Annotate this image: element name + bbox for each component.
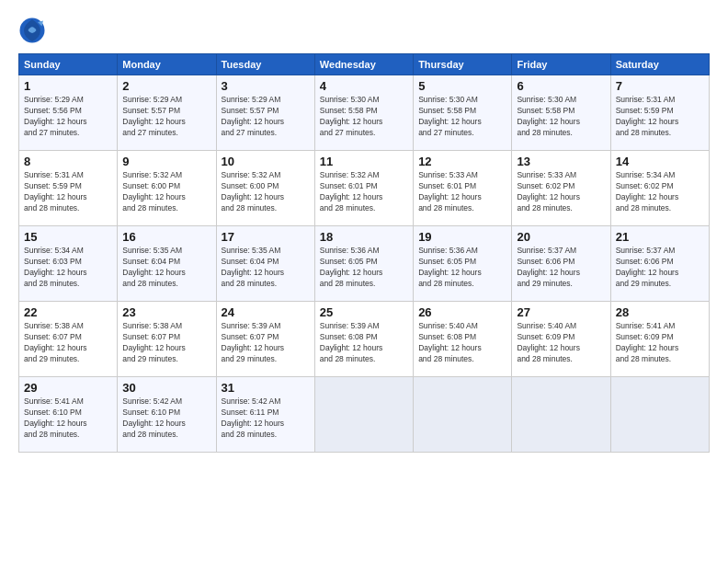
calendar-cell: 17Sunrise: 5:35 AMSunset: 6:04 PMDayligh… (216, 226, 314, 302)
day-info: Sunrise: 5:39 AMSunset: 6:07 PMDaylight:… (222, 321, 310, 365)
calendar-cell: 11Sunrise: 5:32 AMSunset: 6:01 PMDayligh… (314, 151, 413, 226)
day-number: 18 (320, 230, 408, 244)
day-info: Sunrise: 5:33 AMSunset: 6:01 PMDaylight:… (418, 170, 506, 214)
calendar-cell: 3Sunrise: 5:29 AMSunset: 5:57 PMDaylight… (216, 75, 314, 151)
header (18, 17, 710, 44)
day-info: Sunrise: 5:42 AMSunset: 6:11 PMDaylight:… (222, 396, 310, 441)
day-info: Sunrise: 5:36 AMSunset: 6:05 PMDaylight:… (418, 246, 506, 290)
calendar-cell (512, 377, 610, 453)
day-info: Sunrise: 5:38 AMSunset: 6:07 PMDaylight:… (24, 321, 112, 365)
calendar-cell: 26Sunrise: 5:40 AMSunset: 6:08 PMDayligh… (414, 302, 512, 377)
day-info: Sunrise: 5:37 AMSunset: 6:06 PMDaylight:… (616, 246, 704, 290)
day-number: 29 (24, 381, 112, 395)
day-info: Sunrise: 5:40 AMSunset: 6:09 PMDaylight:… (517, 321, 605, 365)
calendar-cell (314, 377, 413, 453)
day-info: Sunrise: 5:40 AMSunset: 6:08 PMDaylight:… (418, 321, 506, 365)
day-info: Sunrise: 5:29 AMSunset: 5:57 PMDaylight:… (122, 95, 210, 139)
day-number: 2 (122, 79, 210, 93)
day-info: Sunrise: 5:41 AMSunset: 6:10 PMDaylight:… (24, 396, 112, 441)
day-number: 8 (24, 155, 112, 168)
calendar-cell: 5Sunrise: 5:30 AMSunset: 5:58 PMDaylight… (414, 75, 512, 151)
calendar-cell (414, 377, 512, 453)
day-info: Sunrise: 5:36 AMSunset: 6:05 PMDaylight:… (320, 246, 408, 290)
calendar-cell: 19Sunrise: 5:36 AMSunset: 6:05 PMDayligh… (414, 226, 512, 302)
calendar-cell: 23Sunrise: 5:38 AMSunset: 6:07 PMDayligh… (118, 302, 216, 377)
day-number: 31 (222, 381, 310, 395)
day-number: 10 (222, 155, 310, 168)
calendar-cell: 18Sunrise: 5:36 AMSunset: 6:05 PMDayligh… (314, 226, 413, 302)
day-number: 14 (616, 155, 704, 168)
day-number: 13 (517, 155, 605, 168)
day-info: Sunrise: 5:39 AMSunset: 6:08 PMDaylight:… (320, 321, 408, 365)
day-info: Sunrise: 5:33 AMSunset: 6:02 PMDaylight:… (517, 170, 605, 214)
day-info: Sunrise: 5:30 AMSunset: 5:58 PMDaylight:… (517, 95, 605, 139)
day-number: 9 (122, 155, 210, 168)
day-info: Sunrise: 5:31 AMSunset: 5:59 PMDaylight:… (24, 170, 112, 214)
day-info: Sunrise: 5:32 AMSunset: 6:00 PMDaylight:… (122, 170, 210, 214)
day-number: 4 (320, 79, 408, 93)
day-info: Sunrise: 5:30 AMSunset: 5:58 PMDaylight:… (418, 95, 506, 139)
day-number: 11 (320, 155, 408, 168)
calendar-cell: 22Sunrise: 5:38 AMSunset: 6:07 PMDayligh… (19, 302, 118, 377)
page: SundayMondayTuesdayWednesdayThursdayFrid… (0, 0, 728, 563)
day-number: 15 (24, 230, 112, 244)
day-number: 20 (517, 230, 605, 244)
weekday-header: Tuesday (216, 54, 314, 75)
day-info: Sunrise: 5:29 AMSunset: 5:56 PMDaylight:… (24, 95, 112, 139)
day-number: 3 (222, 79, 310, 93)
day-number: 19 (418, 230, 506, 244)
calendar-cell: 28Sunrise: 5:41 AMSunset: 6:09 PMDayligh… (610, 302, 709, 377)
day-number: 23 (122, 305, 210, 319)
day-number: 30 (122, 381, 210, 395)
weekday-header: Monday (118, 54, 216, 75)
calendar-cell: 31Sunrise: 5:42 AMSunset: 6:11 PMDayligh… (216, 377, 314, 453)
day-number: 22 (24, 305, 112, 319)
calendar-body: 1Sunrise: 5:29 AMSunset: 5:56 PMDaylight… (19, 75, 710, 453)
calendar-cell (610, 377, 709, 453)
calendar-cell: 24Sunrise: 5:39 AMSunset: 6:07 PMDayligh… (216, 302, 314, 377)
calendar-cell: 15Sunrise: 5:34 AMSunset: 6:03 PMDayligh… (19, 226, 118, 302)
day-info: Sunrise: 5:38 AMSunset: 6:07 PMDaylight:… (122, 321, 210, 365)
calendar-table: SundayMondayTuesdayWednesdayThursdayFrid… (18, 53, 710, 453)
day-info: Sunrise: 5:34 AMSunset: 6:02 PMDaylight:… (616, 170, 704, 214)
calendar-header: SundayMondayTuesdayWednesdayThursdayFrid… (19, 54, 710, 75)
day-info: Sunrise: 5:35 AMSunset: 6:04 PMDaylight:… (222, 246, 310, 290)
calendar-cell: 25Sunrise: 5:39 AMSunset: 6:08 PMDayligh… (314, 302, 413, 377)
day-info: Sunrise: 5:31 AMSunset: 5:59 PMDaylight:… (616, 95, 704, 139)
calendar-cell: 2Sunrise: 5:29 AMSunset: 5:57 PMDaylight… (118, 75, 216, 151)
calendar-cell: 16Sunrise: 5:35 AMSunset: 6:04 PMDayligh… (118, 226, 216, 302)
day-number: 25 (320, 305, 408, 319)
day-number: 5 (418, 79, 506, 93)
day-number: 1 (24, 79, 112, 93)
weekday-header: Wednesday (314, 54, 413, 75)
day-number: 21 (616, 230, 704, 244)
day-number: 17 (222, 230, 310, 244)
day-number: 12 (418, 155, 506, 168)
weekday-header: Sunday (19, 54, 118, 75)
logo (18, 17, 50, 44)
day-number: 26 (418, 305, 506, 319)
calendar-cell: 12Sunrise: 5:33 AMSunset: 6:01 PMDayligh… (414, 151, 512, 226)
calendar-week-row: 1Sunrise: 5:29 AMSunset: 5:56 PMDaylight… (19, 75, 710, 151)
day-info: Sunrise: 5:34 AMSunset: 6:03 PMDaylight:… (24, 246, 112, 290)
calendar-week-row: 29Sunrise: 5:41 AMSunset: 6:10 PMDayligh… (19, 377, 710, 453)
calendar-cell: 1Sunrise: 5:29 AMSunset: 5:56 PMDaylight… (19, 75, 118, 151)
calendar-cell: 10Sunrise: 5:32 AMSunset: 6:00 PMDayligh… (216, 151, 314, 226)
day-info: Sunrise: 5:42 AMSunset: 6:10 PMDaylight:… (122, 396, 210, 441)
calendar-cell: 13Sunrise: 5:33 AMSunset: 6:02 PMDayligh… (512, 151, 610, 226)
weekday-header: Saturday (610, 54, 709, 75)
day-number: 6 (517, 79, 605, 93)
calendar-cell: 9Sunrise: 5:32 AMSunset: 6:00 PMDaylight… (118, 151, 216, 226)
calendar-cell: 30Sunrise: 5:42 AMSunset: 6:10 PMDayligh… (118, 377, 216, 453)
weekday-header: Thursday (414, 54, 512, 75)
calendar-cell: 4Sunrise: 5:30 AMSunset: 5:58 PMDaylight… (314, 75, 413, 151)
day-info: Sunrise: 5:30 AMSunset: 5:58 PMDaylight:… (320, 95, 408, 139)
header-row: SundayMondayTuesdayWednesdayThursdayFrid… (19, 54, 710, 75)
day-number: 27 (517, 305, 605, 319)
day-info: Sunrise: 5:35 AMSunset: 6:04 PMDaylight:… (122, 246, 210, 290)
calendar-week-row: 15Sunrise: 5:34 AMSunset: 6:03 PMDayligh… (19, 226, 710, 302)
calendar-cell: 14Sunrise: 5:34 AMSunset: 6:02 PMDayligh… (610, 151, 709, 226)
calendar-cell: 6Sunrise: 5:30 AMSunset: 5:58 PMDaylight… (512, 75, 610, 151)
weekday-header: Friday (512, 54, 610, 75)
day-info: Sunrise: 5:32 AMSunset: 6:01 PMDaylight:… (320, 170, 408, 214)
